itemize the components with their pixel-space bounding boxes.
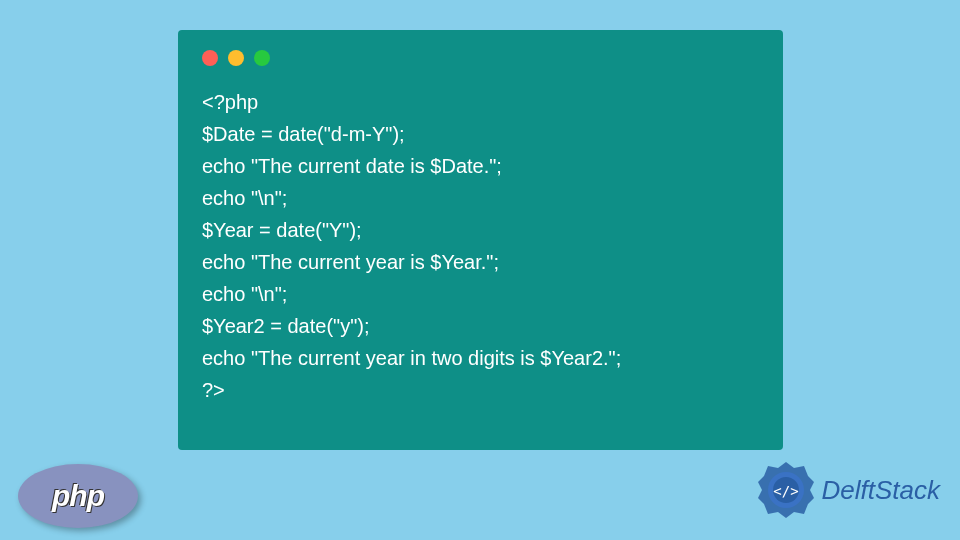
minimize-dot: [228, 50, 244, 66]
code-line: echo "The current year is $Year.";: [202, 251, 499, 273]
code-line: $Date = date("d-m-Y");: [202, 123, 405, 145]
code-line: echo "The current year in two digits is …: [202, 347, 621, 369]
code-line: $Year2 = date("y");: [202, 315, 369, 337]
close-dot: [202, 50, 218, 66]
delftstack-logo-text: DelftStack: [822, 475, 941, 506]
code-line: ?>: [202, 379, 225, 401]
window-controls: [202, 50, 759, 66]
delftstack-logo: </> DelftStack: [756, 460, 941, 520]
maximize-dot: [254, 50, 270, 66]
svg-text:</>: </>: [773, 483, 798, 499]
code-line: <?php: [202, 91, 258, 113]
code-line: $Year = date("Y");: [202, 219, 362, 241]
php-logo: php: [18, 464, 138, 528]
code-window: <?php $Date = date("d-m-Y"); echo "The c…: [178, 30, 783, 450]
php-logo-text: php: [52, 479, 104, 513]
code-line: echo "\n";: [202, 283, 287, 305]
code-content: <?php $Date = date("d-m-Y"); echo "The c…: [202, 86, 759, 406]
delftstack-gear-icon: </>: [756, 460, 816, 520]
code-line: echo "The current date is $Date.";: [202, 155, 502, 177]
code-line: echo "\n";: [202, 187, 287, 209]
